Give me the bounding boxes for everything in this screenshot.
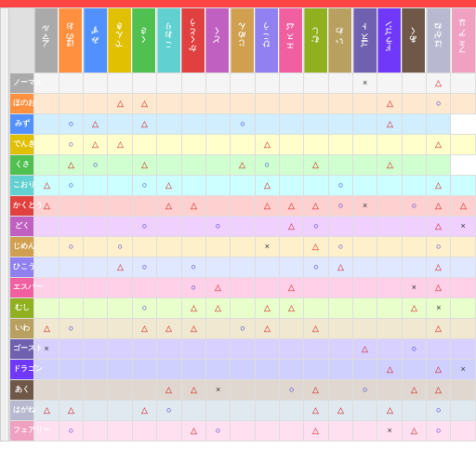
cell-5-16: △ xyxy=(427,176,451,196)
cell-14-16: △ xyxy=(427,360,451,380)
cell-16-3 xyxy=(108,401,132,421)
cell-5-2 xyxy=(84,176,108,196)
cell-17-12 xyxy=(328,421,352,442)
cell-9-16: △ xyxy=(427,257,451,278)
col-header-じめん: じめん xyxy=(231,8,255,73)
cell-4-0 xyxy=(34,155,59,176)
cell-8-14 xyxy=(377,237,402,257)
row-header-フェアリー: フェアリー xyxy=(10,421,34,442)
cell-3-17 xyxy=(451,135,476,155)
cell-0-13: × xyxy=(353,73,377,94)
cell-15-4 xyxy=(132,380,156,401)
cell-4-3 xyxy=(108,155,132,176)
cell-11-17 xyxy=(451,298,476,319)
cell-0-7 xyxy=(205,73,230,94)
cell-15-7: × xyxy=(205,380,230,401)
cell-0-4 xyxy=(132,73,156,94)
cell-17-8 xyxy=(231,421,255,442)
col-header-はがね: はがね xyxy=(427,8,451,73)
cell-14-10 xyxy=(279,360,303,380)
table-row: いわ△○△△△○△△△ xyxy=(10,319,476,339)
cell-10-12 xyxy=(328,278,352,298)
cell-11-12 xyxy=(328,298,352,319)
cell-2-10 xyxy=(279,114,303,135)
cell-2-1: ○ xyxy=(59,114,83,135)
cell-14-12 xyxy=(328,360,352,380)
cell-2-16 xyxy=(427,114,451,135)
cell-11-8 xyxy=(231,298,255,319)
table-row: じめん○○×△○○ xyxy=(10,237,476,257)
cell-10-14 xyxy=(377,278,402,298)
cell-13-2 xyxy=(84,339,108,360)
col-header-フェアリー: フェアリー xyxy=(451,8,476,73)
cell-10-6: ○ xyxy=(181,278,205,298)
cell-17-1: ○ xyxy=(59,421,83,442)
cell-15-15: △ xyxy=(402,380,426,401)
row-header-かくとう: かくとう xyxy=(10,196,34,217)
col-header-ゴースト: ゴースト xyxy=(353,8,377,73)
cell-10-1 xyxy=(59,278,83,298)
cell-3-15 xyxy=(402,135,426,155)
page-container: ノーマルほのおみずでんきくさこおりかくとうどくじめんひこうエスパーむしいわゴース… xyxy=(0,0,476,442)
cell-5-11 xyxy=(304,176,328,196)
cell-1-15 xyxy=(402,94,426,114)
cell-14-1 xyxy=(59,360,83,380)
cell-6-8 xyxy=(231,196,255,217)
cell-10-13 xyxy=(353,278,377,298)
cell-10-9 xyxy=(255,278,279,298)
cell-1-7 xyxy=(205,94,230,114)
cell-12-12 xyxy=(328,319,352,339)
cell-1-0 xyxy=(34,94,59,114)
cell-14-2 xyxy=(84,360,108,380)
cell-15-12 xyxy=(328,380,352,401)
cell-6-7 xyxy=(205,196,230,217)
cell-9-13 xyxy=(353,257,377,278)
cell-5-12: ○ xyxy=(328,176,352,196)
cell-15-2 xyxy=(84,380,108,401)
cell-6-11: △ xyxy=(304,196,328,217)
cell-17-3 xyxy=(108,421,132,442)
cell-2-5 xyxy=(157,114,181,135)
cell-13-1 xyxy=(59,339,83,360)
cell-12-1: ○ xyxy=(59,319,83,339)
cell-5-7 xyxy=(205,176,230,196)
cell-15-1 xyxy=(59,380,83,401)
cell-15-13: ○ xyxy=(353,380,377,401)
cell-17-14: × xyxy=(377,421,402,442)
cell-14-5 xyxy=(157,360,181,380)
cell-13-13: △ xyxy=(353,339,377,360)
cell-9-15 xyxy=(402,257,426,278)
cell-17-6: △ xyxy=(181,421,205,442)
cell-7-2 xyxy=(84,217,108,237)
cell-2-2: △ xyxy=(84,114,108,135)
cell-17-9 xyxy=(255,421,279,442)
cell-1-1 xyxy=(59,94,83,114)
cell-2-6 xyxy=(181,114,205,135)
cell-4-1: △ xyxy=(59,155,83,176)
main-content: ノーマルほのおみずでんきくさこおりかくとうどくじめんひこうエスパーむしいわゴース… xyxy=(0,7,476,442)
cell-4-5 xyxy=(157,155,181,176)
cell-11-13 xyxy=(353,298,377,319)
table-row: ゴースト×△○ xyxy=(10,339,476,360)
cell-16-1: △ xyxy=(59,401,83,421)
cell-3-12 xyxy=(328,135,352,155)
cell-14-7 xyxy=(205,360,230,380)
cell-15-8 xyxy=(231,380,255,401)
row-header-いわ: いわ xyxy=(10,319,34,339)
cell-10-16: △ xyxy=(427,278,451,298)
cell-13-7 xyxy=(205,339,230,360)
cell-4-11: △ xyxy=(304,155,328,176)
row-header-あく: あく xyxy=(10,380,34,401)
cell-11-16: × xyxy=(427,298,451,319)
left-axis-label xyxy=(0,7,9,442)
cell-12-14 xyxy=(377,319,402,339)
cell-0-5 xyxy=(157,73,181,94)
table-row: ひこう△○○○△△ xyxy=(10,257,476,278)
cell-12-0: △ xyxy=(34,319,59,339)
cell-7-4: ○ xyxy=(132,217,156,237)
cell-5-17 xyxy=(451,176,476,196)
col-header-あく: あく xyxy=(402,8,426,73)
cell-17-17 xyxy=(451,421,476,442)
cell-16-2 xyxy=(84,401,108,421)
cell-7-6 xyxy=(181,217,205,237)
